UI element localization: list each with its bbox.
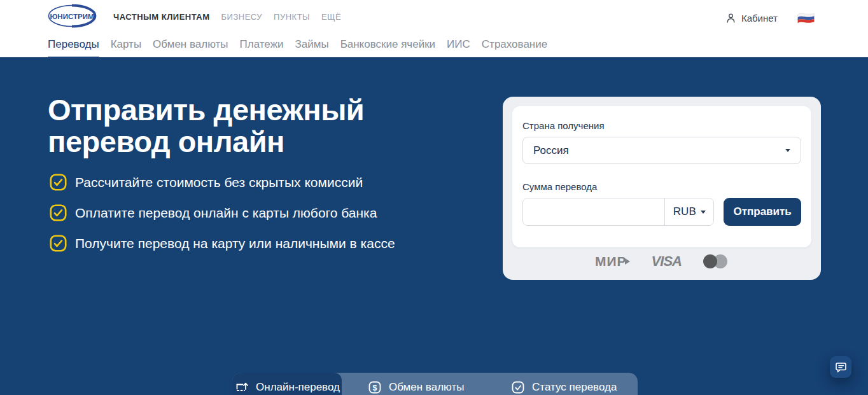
sub-nav-loans[interactable]: Займы — [295, 38, 329, 59]
mir-label: МИР — [595, 254, 627, 269]
top-nav-business[interactable]: БИЗНЕСУ — [221, 12, 263, 22]
chevron-down-icon — [701, 211, 706, 214]
person-icon — [725, 12, 737, 24]
chat-bubble-icon — [834, 360, 848, 374]
top-nav-locations[interactable]: ПУНКТЫ — [274, 12, 310, 22]
bottom-tab-bar: Онлайн-перевод $ Обмен валюты — [232, 373, 638, 395]
sub-nav: Переводы Карты Обмен валюты Платежи Займ… — [48, 38, 547, 59]
cabinet-label: Кабинет — [741, 13, 778, 24]
country-value: Россия — [533, 144, 569, 157]
sub-nav-insurance[interactable]: Страхование — [482, 38, 547, 59]
payment-systems: МИР VISA — [503, 253, 821, 270]
visa-logo: VISA — [652, 253, 682, 270]
tab-label: Онлайн-перевод — [256, 381, 340, 394]
check-icon — [50, 204, 67, 221]
sub-nav-safe-boxes[interactable]: Банковские ячейки — [340, 38, 435, 59]
amount-input[interactable] — [523, 198, 664, 225]
tab-transfer-status[interactable]: Статус перевода — [490, 373, 638, 395]
unistream-logo[interactable]: ЮНИСТРИМ — [47, 2, 97, 32]
chat-button[interactable] — [830, 356, 851, 378]
currency-value: RUB — [673, 205, 696, 218]
unistream-logo-icon: ЮНИСТРИМ — [47, 2, 97, 30]
transfer-icon — [234, 380, 249, 395]
benefit-text: Рассчитайте стоимость без скрытых комисс… — [75, 175, 363, 190]
sub-nav-cards[interactable]: Карты — [111, 38, 141, 59]
send-button[interactable]: Отправить — [724, 198, 801, 226]
benefit-text: Оплатите перевод онлайн с карты любого б… — [75, 205, 377, 221]
list-item: Получите перевод на карту или наличными … — [50, 235, 395, 252]
top-nav-more[interactable]: ЕЩЁ — [321, 12, 341, 22]
header: ЮНИСТРИМ ЧАСТНЫМ КЛИЕНТАМ БИЗНЕСУ ПУНКТЫ… — [0, 0, 868, 57]
currency-select[interactable]: RUB — [664, 198, 713, 225]
chevron-down-icon — [785, 149, 790, 152]
amount-group: RUB — [522, 198, 714, 226]
dollar-icon: $ — [367, 380, 382, 395]
benefit-text: Получите перевод на карту или наличными … — [75, 236, 395, 251]
mir-logo: МИР — [595, 254, 630, 269]
top-nav-private-clients[interactable]: ЧАСТНЫМ КЛИЕНТАМ — [113, 12, 210, 22]
sub-nav-currency-exchange[interactable]: Обмен валюты — [153, 38, 228, 59]
sub-nav-iis[interactable]: ИИС — [447, 38, 470, 59]
account-area: Кабинет — [725, 9, 815, 27]
sub-nav-transfers[interactable]: Переводы — [48, 38, 99, 59]
tab-currency-exchange[interactable]: $ Обмен валюты — [342, 373, 490, 395]
list-item: Рассчитайте стоимость без скрытых комисс… — [50, 174, 395, 191]
unistream-landing-page: ЮНИСТРИМ ЧАСТНЫМ КЛИЕНТАМ БИЗНЕСУ ПУНКТЫ… — [0, 0, 868, 395]
top-nav: ЧАСТНЫМ КЛИЕНТАМ БИЗНЕСУ ПУНКТЫ ЕЩЁ — [113, 12, 341, 22]
sub-nav-payments[interactable]: Платежи — [240, 38, 284, 59]
check-icon — [510, 380, 526, 395]
transfer-form: Страна получения Россия Сумма перевода R… — [512, 106, 811, 247]
page-title-line1: Отправить денежный — [48, 94, 364, 126]
language-selector[interactable] — [797, 11, 815, 25]
svg-text:$: $ — [373, 383, 377, 392]
list-item: Оплатите перевод онлайн с карты любого б… — [50, 204, 395, 221]
check-icon — [50, 235, 67, 252]
logo-text: ЮНИСТРИМ — [50, 13, 94, 20]
amount-label: Сумма перевода — [522, 181, 801, 192]
cabinet-button[interactable]: Кабинет — [725, 12, 778, 24]
page-title-line2: перевод онлайн — [48, 126, 364, 158]
amount-row: RUB Отправить — [522, 198, 801, 226]
page-title: Отправить денежный перевод онлайн — [48, 94, 364, 158]
russia-flag-icon — [797, 11, 815, 25]
country-label: Страна получения — [522, 120, 801, 131]
mastercard-icon — [703, 254, 729, 269]
hero-section: Отправить денежный перевод онлайн Рассчи… — [0, 57, 868, 395]
tab-label: Обмен валюты — [389, 381, 464, 394]
mir-arrow-icon — [625, 258, 630, 265]
transfer-form-card: Страна получения Россия Сумма перевода R… — [503, 97, 821, 280]
check-icon — [50, 174, 67, 191]
tab-label: Статус перевода — [532, 381, 617, 394]
benefits-list: Рассчитайте стоимость без скрытых комисс… — [50, 174, 395, 252]
country-select[interactable]: Россия — [522, 137, 801, 164]
tab-online-transfer[interactable]: Онлайн-перевод — [232, 373, 342, 395]
